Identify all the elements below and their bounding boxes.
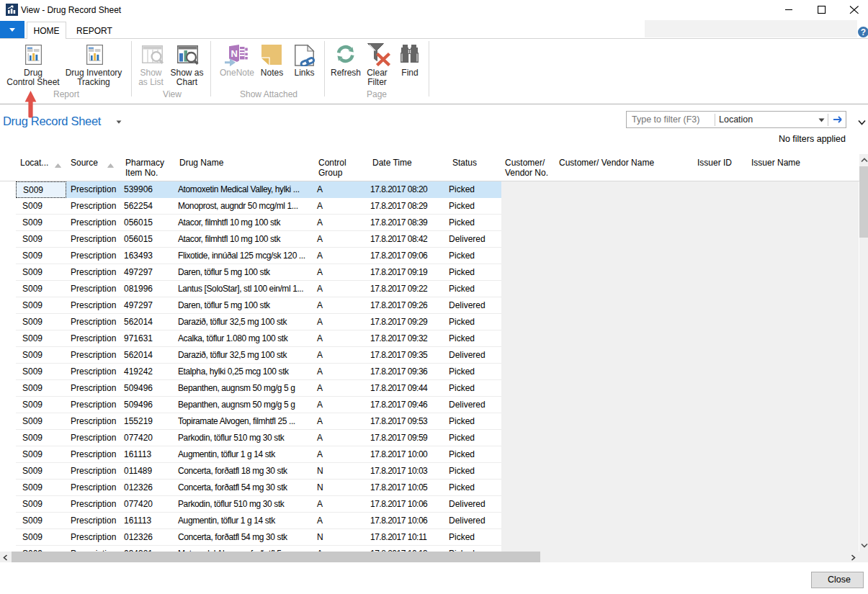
svg-text:?: ? bbox=[861, 27, 866, 37]
svg-text:N: N bbox=[231, 48, 238, 59]
